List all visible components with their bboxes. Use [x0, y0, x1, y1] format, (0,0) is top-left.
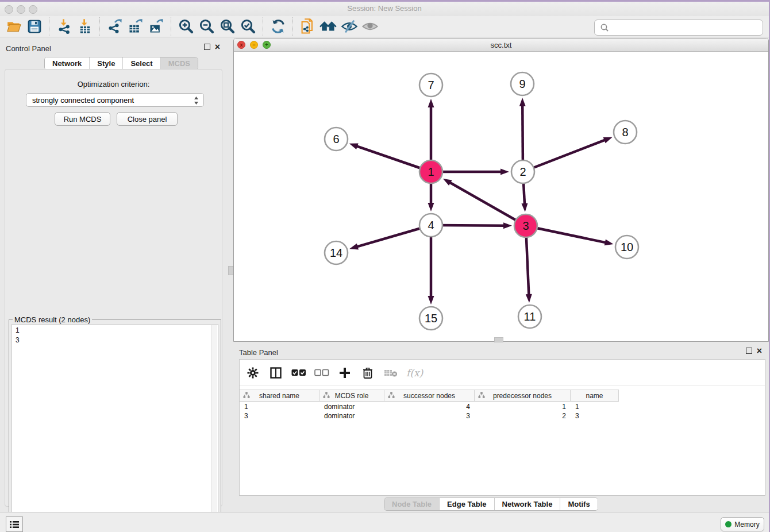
hierarchy-icon — [243, 392, 250, 399]
refresh-layout-icon[interactable] — [268, 17, 288, 36]
toolbar-separator — [171, 17, 172, 36]
result-scrollbar[interactable] — [211, 325, 217, 525]
table-row[interactable]: 3dominator323 — [240, 411, 619, 421]
tab-style[interactable]: Style — [89, 57, 122, 70]
toolbar-separator — [292, 17, 294, 36]
task-history-button[interactable] — [6, 516, 23, 532]
mcds-result-title: MCDS result (2 nodes) — [13, 315, 92, 324]
close-panel-icon[interactable]: × — [215, 44, 220, 50]
export-network-icon[interactable] — [105, 17, 125, 36]
column-chooser-icon[interactable] — [268, 365, 283, 380]
edge-3-1[interactable] — [449, 182, 526, 226]
search-input[interactable] — [612, 21, 763, 34]
table-cell[interactable]: 3 — [571, 411, 619, 421]
search-icon — [598, 22, 612, 33]
control-panel: Control Panel × Network Style Select MCD… — [0, 38, 227, 512]
import-network-icon[interactable] — [54, 17, 75, 36]
edge-3-10[interactable] — [526, 226, 606, 242]
open-file-icon[interactable] — [3, 17, 24, 36]
run-mcds-button[interactable]: Run MCDS — [55, 112, 110, 126]
select-all-checkboxes-icon[interactable] — [291, 365, 306, 380]
delete-column-trash-icon[interactable] — [360, 365, 375, 380]
graph-node-label: 4 — [428, 219, 434, 232]
export-image-icon[interactable] — [146, 17, 167, 36]
criterion-dropdown[interactable]: strongly connected component — [26, 93, 204, 107]
horizontal-splitter-grip[interactable] — [494, 337, 503, 342]
edge-arrowhead — [443, 179, 452, 186]
criterion-value: strongly connected component — [32, 96, 134, 105]
edge-arrowhead — [503, 222, 512, 229]
network-canvas[interactable]: 1234678910111415 — [234, 52, 768, 341]
zoom-selected-icon[interactable] — [238, 17, 259, 36]
memory-button[interactable]: Memory — [721, 517, 764, 531]
column-header-shared-name[interactable]: shared name — [240, 390, 319, 401]
edge-arrowhead — [605, 240, 614, 246]
graph-node-label: 9 — [519, 78, 525, 90]
table-cell[interactable]: 2 — [475, 411, 571, 421]
zoom-out-icon[interactable] — [197, 17, 217, 36]
import-table-icon[interactable] — [75, 17, 95, 36]
graph-node-label: 2 — [519, 165, 526, 178]
table-cell[interactable]: 1 — [571, 402, 619, 411]
zoom-fit-icon[interactable] — [217, 17, 238, 36]
table-cell[interactable]: 1 — [475, 402, 571, 411]
list-icon — [9, 520, 20, 529]
delete-table-icon-disabled — [383, 365, 398, 380]
graph-node-label: 1 — [428, 165, 434, 178]
memory-status-icon — [725, 521, 732, 527]
application-window: Session: New Session — [0, 2, 769, 532]
table-cell[interactable]: 1 — [240, 402, 319, 411]
edge-arrowhead — [519, 98, 526, 106]
tab-node-table[interactable]: Node Table — [384, 498, 439, 510]
hierarchy-icon — [323, 392, 330, 399]
float-table-panel-icon[interactable] — [746, 348, 752, 354]
tab-network[interactable]: Network — [45, 57, 89, 70]
column-header-name[interactable]: name — [571, 390, 619, 401]
hide-panel-eye-icon[interactable] — [339, 17, 360, 36]
edge-2-8[interactable] — [523, 140, 606, 172]
network-view-title: scc.txt — [234, 41, 768, 49]
edge-arrowhead — [603, 137, 613, 144]
zoom-in-icon[interactable] — [176, 17, 197, 36]
show-panel-eye-icon[interactable] — [360, 17, 380, 36]
control-panel-title: Control Panel — [6, 44, 51, 53]
column-label: predecessor nodes — [475, 392, 570, 400]
home-layout-icon[interactable] — [318, 17, 339, 36]
tab-edge-table[interactable]: Edge Table — [439, 498, 494, 510]
table-cell[interactable]: 3 — [384, 411, 475, 421]
save-session-icon[interactable] — [24, 17, 45, 36]
edge-arrowhead — [428, 99, 434, 107]
dropdown-stepper-icon — [194, 97, 199, 105]
table-row[interactable]: 1dominator411 — [240, 402, 619, 411]
graph-node-label: 14 — [330, 246, 342, 259]
tab-select[interactable]: Select — [122, 57, 160, 70]
tab-mcds[interactable]: MCDS — [160, 57, 198, 70]
graph-node-label: 15 — [425, 312, 437, 325]
close-panel-button[interactable]: Close panel — [117, 112, 178, 126]
mcds-result-text[interactable]: 1 3 — [11, 324, 218, 526]
table-cell[interactable]: dominator — [319, 402, 384, 411]
table-cell[interactable]: dominator — [319, 411, 384, 421]
export-table-icon[interactable] — [125, 17, 146, 36]
float-panel-icon[interactable] — [204, 44, 210, 50]
tab-network-table[interactable]: Network Table — [494, 498, 560, 510]
network-view-window: x − + scc.txt 1234678910111415 — [233, 38, 769, 342]
mcds-tab-content: Optimization criterion: strongly connect… — [5, 69, 222, 507]
table-settings-gear-icon[interactable] — [245, 365, 260, 380]
new-network-from-file-icon[interactable] — [298, 17, 318, 36]
deselect-all-checkboxes-icon[interactable] — [314, 365, 329, 380]
table-cell[interactable]: 3 — [240, 411, 319, 421]
column-header-successor-nodes[interactable]: successor nodes — [384, 390, 475, 401]
column-header-predecessor-nodes[interactable]: predecessor nodes — [475, 390, 571, 401]
close-table-panel-icon[interactable]: × — [757, 348, 762, 354]
tab-motifs[interactable]: Motifs — [560, 498, 597, 510]
table-toolbar: f(x) — [240, 360, 765, 386]
status-bar: Memory — [0, 512, 769, 532]
table-panel-tabs: Node Table Edge Table Network Table Moti… — [384, 498, 598, 511]
column-header-MCDS-role[interactable]: MCDS role — [319, 390, 384, 401]
add-column-icon[interactable] — [337, 365, 352, 380]
function-builder-icon-disabled: f(x) — [406, 365, 423, 380]
window-titlebar: Session: New Session — [0, 2, 769, 17]
search-field[interactable] — [594, 20, 763, 36]
table-cell[interactable]: 4 — [384, 402, 475, 411]
